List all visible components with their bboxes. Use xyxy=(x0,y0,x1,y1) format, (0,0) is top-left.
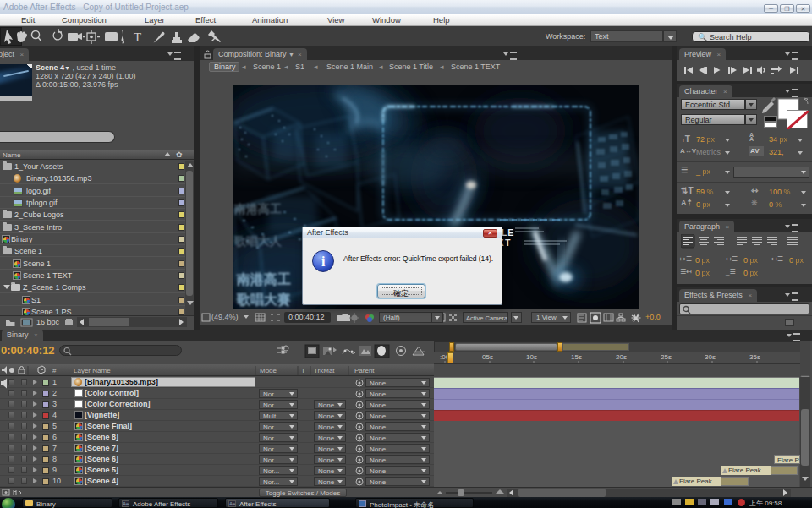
svg-text:南港高工: 南港高工 xyxy=(236,271,291,287)
svg-text:T: T xyxy=(134,30,141,44)
svg-text:15s: 15s xyxy=(571,353,582,361)
svg-text:25s: 25s xyxy=(661,353,672,361)
svg-text:南港高工: 南港高工 xyxy=(233,202,282,216)
svg-text:35s: 35s xyxy=(749,353,760,361)
svg-text:10s: 10s xyxy=(526,353,537,361)
svg-text:20s: 20s xyxy=(616,353,627,361)
svg-text:歌唱大賽: 歌唱大賽 xyxy=(236,292,291,307)
svg-text:05s: 05s xyxy=(482,353,493,361)
svg-text:30s: 30s xyxy=(705,353,716,361)
svg-text:歌唱大人: 歌唱大人 xyxy=(233,234,283,248)
